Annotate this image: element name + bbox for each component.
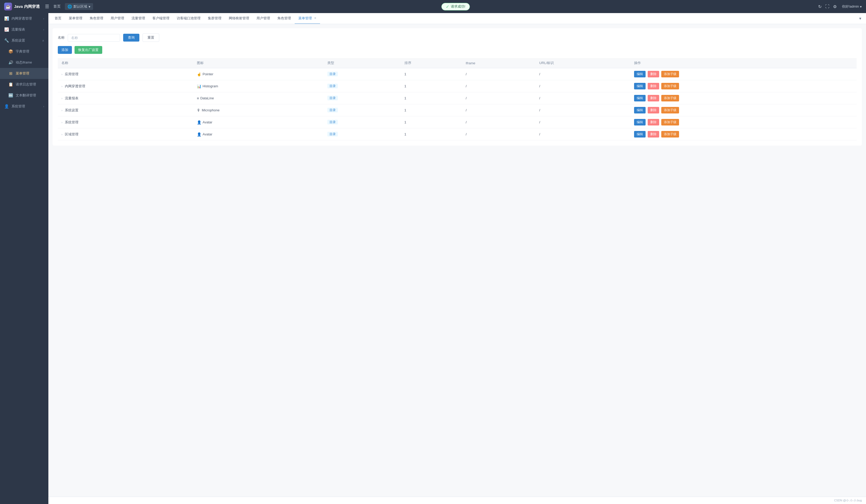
search-input[interactable]	[68, 34, 120, 42]
cell-sort: 1	[401, 80, 462, 92]
tab-role-management-1[interactable]: 角色管理	[86, 13, 107, 24]
delete-button[interactable]: 删除	[648, 131, 659, 137]
tab-cluster[interactable]: 集群管理	[204, 13, 225, 24]
expand-icon[interactable]: ›	[62, 73, 63, 76]
type-tag[interactable]: 目录	[327, 108, 338, 112]
tabs-bar: 首页 菜单管理 角色管理 用户管理 流量管理 客户端管理 访客端口池管理 集群管…	[48, 13, 866, 24]
expand-icon[interactable]: ›	[62, 85, 63, 88]
expand-icon[interactable]: ›	[62, 97, 63, 100]
tab-label: 网络映射管理	[229, 16, 249, 21]
dynamic-iframe-icon: 🔊	[8, 60, 13, 65]
type-tag[interactable]: 目录	[327, 120, 338, 124]
cell-icon: ≡ DataLine	[193, 92, 324, 104]
cell-action: 编辑 删除 添加子级	[630, 80, 857, 92]
add-child-button[interactable]: 添加子级	[661, 131, 679, 137]
sidebar-label-translate: 文本翻译管理	[16, 93, 36, 98]
success-toast: ✓ 请求成功!	[441, 3, 470, 10]
translate-icon: 🔤	[8, 93, 13, 98]
delete-button[interactable]: 删除	[648, 107, 659, 113]
edit-button[interactable]: 编辑	[634, 95, 646, 101]
tab-close-icon[interactable]: ✕	[314, 16, 317, 20]
settings-icon[interactable]: ⚙	[833, 4, 837, 9]
tab-user-management-1[interactable]: 用户管理	[107, 13, 128, 24]
tab-home[interactable]: 首页	[51, 13, 65, 24]
settings-icon: 🔧	[4, 38, 9, 43]
cell-icon: 🎙 Microphone	[193, 104, 324, 116]
cell-name: › 应用管理	[58, 68, 193, 80]
tab-traffic-management[interactable]: 流量管理	[128, 13, 149, 24]
header: ☕ Java 内网穿透 ☰ 首页 🌐 默认区域 ▾ ✓ 请求成功! ↻ ⛶ ⚙ …	[0, 0, 866, 13]
table-row: › 区域管理 👤 Avatar 目录 1 / / 编辑 删除 添加子级	[58, 128, 857, 141]
delete-button[interactable]: 删除	[648, 95, 659, 101]
tab-menu-management-1[interactable]: 菜单管理	[65, 13, 86, 24]
tab-label: 用户管理	[111, 16, 124, 21]
type-tag[interactable]: 目录	[327, 83, 338, 88]
tab-client-management[interactable]: 客户端管理	[149, 13, 173, 24]
sidebar-item-menu[interactable]: ⊞ 菜单管理	[0, 68, 48, 79]
expand-icon[interactable]: ›	[62, 133, 63, 136]
tab-label: 流量管理	[132, 16, 145, 21]
edit-button[interactable]: 编辑	[634, 83, 646, 89]
sidebar-item-intranet[interactable]: 📊 内网穿透管理 ›	[0, 13, 48, 24]
type-tag[interactable]: 目录	[327, 96, 338, 100]
cell-iframe: /	[462, 80, 535, 92]
sidebar-item-dynamic-iframe[interactable]: 🔊 动态iframe	[0, 57, 48, 68]
edit-button[interactable]: 编辑	[634, 107, 646, 113]
tab-home-label: 首页	[55, 16, 62, 21]
menu-table: 名称 图标 类型 排序 Iframe URL/标识 操作 ›	[58, 58, 857, 141]
home-link[interactable]: 首页	[53, 4, 61, 9]
edit-button[interactable]: 编辑	[634, 131, 646, 137]
region-selector[interactable]: 🌐 默认区域 ▾	[65, 3, 93, 10]
add-child-button[interactable]: 添加子级	[661, 95, 679, 101]
delete-button[interactable]: 删除	[648, 119, 659, 125]
right-panel: 首页 菜单管理 角色管理 用户管理 流量管理 客户端管理 访客端口池管理 集群管…	[48, 13, 866, 504]
col-icon: 图标	[193, 58, 324, 68]
sidebar-item-system[interactable]: 👤 系统管理 ›	[0, 101, 48, 112]
sidebar-item-dictionary[interactable]: 📦 字典管理	[0, 46, 48, 57]
sidebar-item-traffic[interactable]: 📈 流量报表 ›	[0, 24, 48, 35]
sidebar-label-settings: 系统设置	[11, 38, 25, 43]
tab-network-map[interactable]: 网络映射管理	[225, 13, 253, 24]
tab-menu-management-active[interactable]: 菜单管理 ✕	[295, 13, 320, 24]
user-label: 你好!admin	[842, 4, 859, 9]
delete-button[interactable]: 删除	[648, 83, 659, 89]
tabs-more-button[interactable]: ▾	[857, 16, 863, 21]
restore-button[interactable]: 恢复出厂设置	[75, 46, 102, 54]
cell-sort: 1	[401, 128, 462, 141]
tab-visitor-pool[interactable]: 访客端口池管理	[173, 13, 204, 24]
edit-button[interactable]: 编辑	[634, 71, 646, 77]
region-chevron-icon: ▾	[89, 5, 90, 9]
footer: CSDN @小.小.小.bug	[48, 497, 866, 504]
table-row: › 系统设置 🎙 Microphone 目录 1 / / 编辑 删除 添加子级	[58, 104, 857, 116]
delete-button[interactable]: 删除	[648, 71, 659, 77]
type-tag[interactable]: 目录	[327, 71, 338, 76]
cell-url: /	[535, 92, 630, 104]
fullscreen-icon[interactable]: ⛶	[825, 4, 829, 9]
sidebar-item-settings[interactable]: 🔧 系统设置 ∧	[0, 35, 48, 46]
add-button[interactable]: 添加	[58, 46, 72, 54]
add-child-button[interactable]: 添加子级	[661, 119, 679, 125]
sidebar-label-dynamic-iframe: 动态iframe	[16, 60, 32, 65]
user-menu[interactable]: 你好!admin ▾	[842, 4, 862, 9]
add-child-button[interactable]: 添加子级	[661, 107, 679, 113]
reset-button[interactable]: 重置	[143, 33, 159, 42]
tab-role-management-2[interactable]: 角色管理	[274, 13, 295, 24]
sidebar-item-request-log[interactable]: 📋 请求日志管理	[0, 79, 48, 90]
cell-iframe: /	[462, 104, 535, 116]
cell-url: /	[535, 104, 630, 116]
add-child-button[interactable]: 添加子级	[661, 71, 679, 77]
sidebar-item-translate[interactable]: 🔤 文本翻译管理	[0, 90, 48, 101]
menu-toggle-icon[interactable]: ☰	[45, 4, 49, 9]
chevron-icon: ∧	[42, 39, 44, 42]
tab-user-management-2[interactable]: 用户管理	[253, 13, 274, 24]
expand-icon[interactable]: ›	[62, 121, 63, 124]
type-tag[interactable]: 目录	[327, 132, 338, 136]
refresh-icon[interactable]: ↻	[818, 4, 822, 9]
expand-icon[interactable]: ›	[62, 109, 63, 112]
query-button[interactable]: 查询	[123, 34, 140, 42]
add-child-button[interactable]: 添加子级	[661, 83, 679, 89]
edit-button[interactable]: 编辑	[634, 119, 646, 125]
chevron-icon: ›	[43, 17, 44, 20]
cell-icon: 📊 Histogram	[193, 80, 324, 92]
cell-sort: 1	[401, 116, 462, 128]
